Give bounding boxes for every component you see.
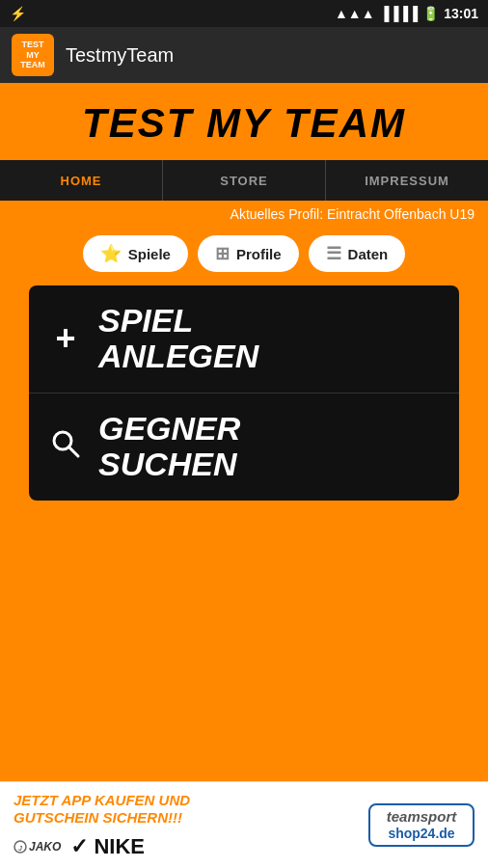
app-bar: TESTMYTEAM TestmyTeam <box>0 27 488 83</box>
menu-area: + Spielanlegen Gegnersuchen <box>0 285 488 501</box>
signal-icon: ▐▐▐▐ <box>380 6 419 21</box>
profile-label: Profile <box>236 246 282 262</box>
plus-icon: + <box>48 318 83 359</box>
profile-icon: ⊞ <box>215 243 230 264</box>
spiele-icon: ⭐ <box>100 243 122 264</box>
ad-banner[interactable]: Jetzt App kaufen undGutschein sichern!!!… <box>0 781 488 868</box>
daten-label: Daten <box>348 246 389 262</box>
spiel-anlegen-item[interactable]: + Spielanlegen <box>29 285 459 393</box>
daten-button[interactable]: ☰ Daten <box>309 235 406 272</box>
nav-bar: HOME STORE IMPRESSUM <box>0 160 488 201</box>
svg-text:J: J <box>18 845 23 852</box>
profile-line: Aktuelles Profil: Eintracht Offenbach U1… <box>0 201 488 228</box>
search-icon <box>48 427 83 467</box>
nav-home[interactable]: HOME <box>0 160 163 201</box>
spiele-label: Spiele <box>128 246 171 262</box>
usb-icon: ⚡ <box>10 6 26 21</box>
profile-button[interactable]: ⊞ Profile <box>198 235 299 272</box>
gegner-suchen-text: Gegnersuchen <box>98 411 240 483</box>
status-bar: ⚡ ▲▲▲ ▐▐▐▐ 🔋 13:01 <box>0 0 488 27</box>
black-menu: + Spielanlegen Gegnersuchen <box>29 285 459 501</box>
nike-logo: ✓ NIKE <box>70 834 145 859</box>
app-logo-text: TESTMYTEAM <box>20 40 45 70</box>
ad-logos: J JAKO ✓ NIKE <box>14 834 190 859</box>
button-row: ⭐ Spiele ⊞ Profile ☰ Daten <box>0 228 488 285</box>
svg-line-1 <box>69 448 78 456</box>
ad-shop: teamsport shop24.de <box>368 803 474 847</box>
nav-home-label: HOME <box>61 174 102 188</box>
ad-text: Jetzt App kaufen undGutschein sichern!!! <box>14 792 190 827</box>
nav-impressum-label: IMPRESSUM <box>365 174 449 188</box>
wifi-icon: ▲▲▲ <box>335 6 375 21</box>
gegner-suchen-item[interactable]: Gegnersuchen <box>29 393 459 501</box>
ad-left: Jetzt App kaufen undGutschein sichern!!!… <box>14 792 190 859</box>
app-title: TestmyTeam <box>66 44 174 67</box>
time-display: 13:01 <box>444 6 478 21</box>
daten-icon: ☰ <box>326 243 341 264</box>
battery-icon: 🔋 <box>422 6 439 21</box>
status-right: ▲▲▲ ▐▐▐▐ 🔋 13:01 <box>335 6 478 21</box>
ad-shop-url: shop24.de <box>388 826 454 841</box>
big-title: Test my team <box>0 83 488 160</box>
main-area: Test my team HOME STORE IMPRESSUM Aktuel… <box>0 83 488 781</box>
nav-store-label: STORE <box>220 174 268 188</box>
content-wrapper: Test my team HOME STORE IMPRESSUM Aktuel… <box>0 83 488 868</box>
spiele-button[interactable]: ⭐ Spiele <box>83 235 188 272</box>
spiel-anlegen-text: Spielanlegen <box>98 303 258 375</box>
jako-logo: J JAKO <box>14 840 61 854</box>
nav-store[interactable]: STORE <box>163 160 326 201</box>
nav-impressum[interactable]: IMPRESSUM <box>326 160 488 201</box>
app-logo: TESTMYTEAM <box>12 34 54 76</box>
ad-shop-name-top: teamsport <box>387 809 457 826</box>
status-left: ⚡ <box>10 6 26 21</box>
